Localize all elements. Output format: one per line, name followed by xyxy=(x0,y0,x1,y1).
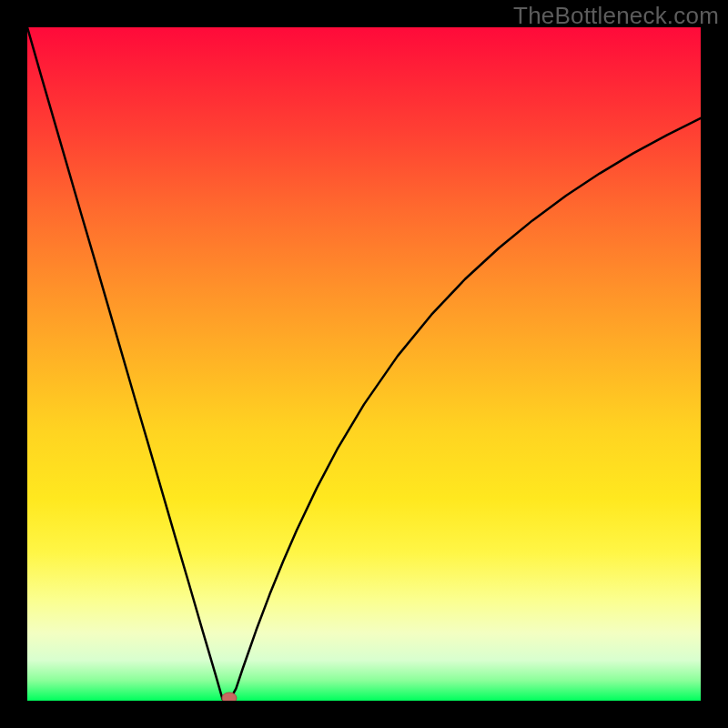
watermark-text: TheBottleneck.com xyxy=(513,2,719,30)
plot-area xyxy=(27,27,701,701)
minimum-marker xyxy=(222,693,237,701)
plot-svg xyxy=(27,27,701,701)
chart-container: TheBottleneck.com xyxy=(0,0,728,728)
bottleneck-curve xyxy=(27,27,701,701)
